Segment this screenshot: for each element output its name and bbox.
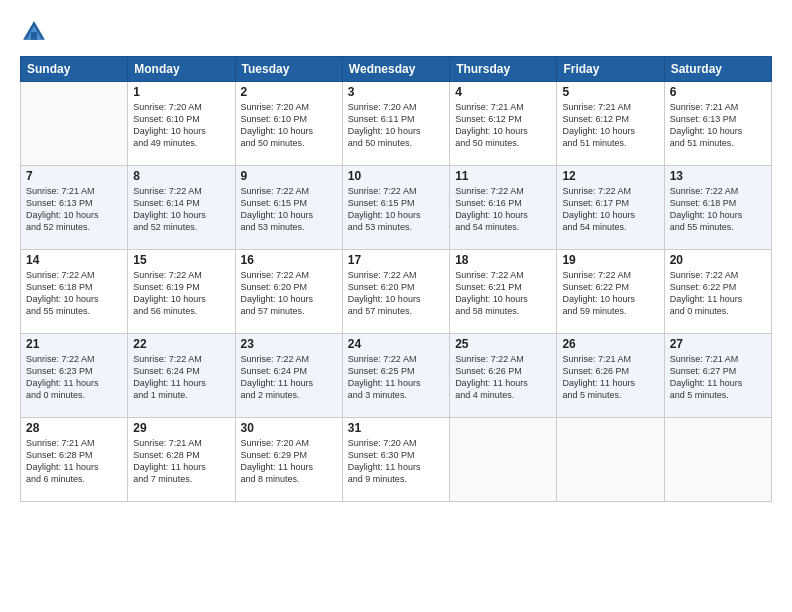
day-number: 8 — [133, 169, 229, 183]
day-number: 2 — [241, 85, 337, 99]
day-number: 12 — [562, 169, 658, 183]
day-info: Sunrise: 7:21 AM Sunset: 6:27 PM Dayligh… — [670, 353, 766, 402]
calendar-cell: 9Sunrise: 7:22 AM Sunset: 6:15 PM Daylig… — [235, 166, 342, 250]
calendar-cell — [21, 82, 128, 166]
calendar-cell: 25Sunrise: 7:22 AM Sunset: 6:26 PM Dayli… — [450, 334, 557, 418]
day-info: Sunrise: 7:22 AM Sunset: 6:15 PM Dayligh… — [348, 185, 444, 234]
week-row-3: 14Sunrise: 7:22 AM Sunset: 6:18 PM Dayli… — [21, 250, 772, 334]
day-info: Sunrise: 7:21 AM Sunset: 6:12 PM Dayligh… — [455, 101, 551, 150]
day-info: Sunrise: 7:22 AM Sunset: 6:14 PM Dayligh… — [133, 185, 229, 234]
weekday-header-saturday: Saturday — [664, 57, 771, 82]
day-number: 27 — [670, 337, 766, 351]
day-number: 15 — [133, 253, 229, 267]
day-info: Sunrise: 7:21 AM Sunset: 6:12 PM Dayligh… — [562, 101, 658, 150]
day-info: Sunrise: 7:22 AM Sunset: 6:18 PM Dayligh… — [670, 185, 766, 234]
day-info: Sunrise: 7:21 AM Sunset: 6:13 PM Dayligh… — [670, 101, 766, 150]
day-info: Sunrise: 7:22 AM Sunset: 6:26 PM Dayligh… — [455, 353, 551, 402]
week-row-1: 1Sunrise: 7:20 AM Sunset: 6:10 PM Daylig… — [21, 82, 772, 166]
day-info: Sunrise: 7:21 AM Sunset: 6:28 PM Dayligh… — [26, 437, 122, 486]
day-info: Sunrise: 7:22 AM Sunset: 6:21 PM Dayligh… — [455, 269, 551, 318]
weekday-header-tuesday: Tuesday — [235, 57, 342, 82]
day-info: Sunrise: 7:20 AM Sunset: 6:30 PM Dayligh… — [348, 437, 444, 486]
day-number: 3 — [348, 85, 444, 99]
day-number: 18 — [455, 253, 551, 267]
calendar-cell: 3Sunrise: 7:20 AM Sunset: 6:11 PM Daylig… — [342, 82, 449, 166]
weekday-header-friday: Friday — [557, 57, 664, 82]
day-info: Sunrise: 7:22 AM Sunset: 6:17 PM Dayligh… — [562, 185, 658, 234]
day-info: Sunrise: 7:22 AM Sunset: 6:25 PM Dayligh… — [348, 353, 444, 402]
day-info: Sunrise: 7:22 AM Sunset: 6:24 PM Dayligh… — [133, 353, 229, 402]
day-number: 10 — [348, 169, 444, 183]
calendar-cell: 21Sunrise: 7:22 AM Sunset: 6:23 PM Dayli… — [21, 334, 128, 418]
day-number: 16 — [241, 253, 337, 267]
day-number: 22 — [133, 337, 229, 351]
day-number: 24 — [348, 337, 444, 351]
calendar-cell: 30Sunrise: 7:20 AM Sunset: 6:29 PM Dayli… — [235, 418, 342, 502]
calendar-cell — [664, 418, 771, 502]
weekday-header-sunday: Sunday — [21, 57, 128, 82]
day-number: 11 — [455, 169, 551, 183]
day-info: Sunrise: 7:22 AM Sunset: 6:20 PM Dayligh… — [241, 269, 337, 318]
day-info: Sunrise: 7:22 AM Sunset: 6:20 PM Dayligh… — [348, 269, 444, 318]
day-number: 4 — [455, 85, 551, 99]
day-number: 25 — [455, 337, 551, 351]
logo — [20, 18, 52, 46]
day-info: Sunrise: 7:22 AM Sunset: 6:24 PM Dayligh… — [241, 353, 337, 402]
weekday-header-monday: Monday — [128, 57, 235, 82]
day-info: Sunrise: 7:22 AM Sunset: 6:18 PM Dayligh… — [26, 269, 122, 318]
calendar-cell: 10Sunrise: 7:22 AM Sunset: 6:15 PM Dayli… — [342, 166, 449, 250]
calendar-cell — [557, 418, 664, 502]
calendar-cell: 14Sunrise: 7:22 AM Sunset: 6:18 PM Dayli… — [21, 250, 128, 334]
day-info: Sunrise: 7:20 AM Sunset: 6:11 PM Dayligh… — [348, 101, 444, 150]
day-info: Sunrise: 7:21 AM Sunset: 6:28 PM Dayligh… — [133, 437, 229, 486]
day-info: Sunrise: 7:20 AM Sunset: 6:29 PM Dayligh… — [241, 437, 337, 486]
day-number: 7 — [26, 169, 122, 183]
day-info: Sunrise: 7:22 AM Sunset: 6:22 PM Dayligh… — [562, 269, 658, 318]
day-number: 26 — [562, 337, 658, 351]
logo-icon — [20, 18, 48, 46]
week-row-4: 21Sunrise: 7:22 AM Sunset: 6:23 PM Dayli… — [21, 334, 772, 418]
page: SundayMondayTuesdayWednesdayThursdayFrid… — [0, 0, 792, 612]
week-row-5: 28Sunrise: 7:21 AM Sunset: 6:28 PM Dayli… — [21, 418, 772, 502]
calendar-cell: 11Sunrise: 7:22 AM Sunset: 6:16 PM Dayli… — [450, 166, 557, 250]
day-number: 31 — [348, 421, 444, 435]
week-row-2: 7Sunrise: 7:21 AM Sunset: 6:13 PM Daylig… — [21, 166, 772, 250]
day-number: 20 — [670, 253, 766, 267]
day-number: 13 — [670, 169, 766, 183]
calendar-cell: 26Sunrise: 7:21 AM Sunset: 6:26 PM Dayli… — [557, 334, 664, 418]
day-number: 17 — [348, 253, 444, 267]
day-number: 30 — [241, 421, 337, 435]
calendar-cell: 12Sunrise: 7:22 AM Sunset: 6:17 PM Dayli… — [557, 166, 664, 250]
day-info: Sunrise: 7:22 AM Sunset: 6:22 PM Dayligh… — [670, 269, 766, 318]
calendar-cell: 4Sunrise: 7:21 AM Sunset: 6:12 PM Daylig… — [450, 82, 557, 166]
weekday-header-wednesday: Wednesday — [342, 57, 449, 82]
day-number: 6 — [670, 85, 766, 99]
day-number: 9 — [241, 169, 337, 183]
day-number: 19 — [562, 253, 658, 267]
day-number: 5 — [562, 85, 658, 99]
calendar-cell: 28Sunrise: 7:21 AM Sunset: 6:28 PM Dayli… — [21, 418, 128, 502]
calendar-cell: 13Sunrise: 7:22 AM Sunset: 6:18 PM Dayli… — [664, 166, 771, 250]
day-info: Sunrise: 7:22 AM Sunset: 6:19 PM Dayligh… — [133, 269, 229, 318]
day-number: 29 — [133, 421, 229, 435]
calendar-cell: 16Sunrise: 7:22 AM Sunset: 6:20 PM Dayli… — [235, 250, 342, 334]
day-info: Sunrise: 7:20 AM Sunset: 6:10 PM Dayligh… — [133, 101, 229, 150]
calendar-cell: 22Sunrise: 7:22 AM Sunset: 6:24 PM Dayli… — [128, 334, 235, 418]
calendar-cell: 8Sunrise: 7:22 AM Sunset: 6:14 PM Daylig… — [128, 166, 235, 250]
calendar-cell: 23Sunrise: 7:22 AM Sunset: 6:24 PM Dayli… — [235, 334, 342, 418]
calendar-cell: 27Sunrise: 7:21 AM Sunset: 6:27 PM Dayli… — [664, 334, 771, 418]
day-info: Sunrise: 7:21 AM Sunset: 6:13 PM Dayligh… — [26, 185, 122, 234]
calendar-cell: 19Sunrise: 7:22 AM Sunset: 6:22 PM Dayli… — [557, 250, 664, 334]
day-info: Sunrise: 7:22 AM Sunset: 6:23 PM Dayligh… — [26, 353, 122, 402]
svg-rect-2 — [31, 32, 37, 40]
calendar-cell: 7Sunrise: 7:21 AM Sunset: 6:13 PM Daylig… — [21, 166, 128, 250]
day-number: 28 — [26, 421, 122, 435]
header — [20, 18, 772, 46]
calendar: SundayMondayTuesdayWednesdayThursdayFrid… — [20, 56, 772, 502]
day-info: Sunrise: 7:22 AM Sunset: 6:16 PM Dayligh… — [455, 185, 551, 234]
day-info: Sunrise: 7:21 AM Sunset: 6:26 PM Dayligh… — [562, 353, 658, 402]
calendar-cell: 17Sunrise: 7:22 AM Sunset: 6:20 PM Dayli… — [342, 250, 449, 334]
calendar-cell: 5Sunrise: 7:21 AM Sunset: 6:12 PM Daylig… — [557, 82, 664, 166]
day-number: 14 — [26, 253, 122, 267]
calendar-cell: 20Sunrise: 7:22 AM Sunset: 6:22 PM Dayli… — [664, 250, 771, 334]
